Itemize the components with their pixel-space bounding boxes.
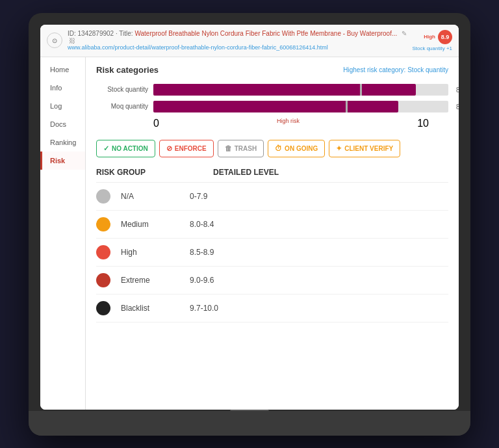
risk-row-na: N/A 0-7.9 (96, 183, 448, 211)
laptop-base (29, 411, 470, 436)
ongoing-label: ON GOING (285, 145, 318, 152)
highest-risk-text: Highest risk category: Stock quantity (343, 66, 448, 73)
risk-categories-title: Risk categories (96, 65, 159, 75)
risk-range-high: 8.5-8.9 (190, 248, 214, 257)
trash-button[interactable]: 🗑 TRASH (218, 140, 264, 157)
risk-range-extreme: 9.0-9.6 (190, 276, 214, 285)
risk-range-medium: 8.0-8.4 (190, 220, 214, 229)
chart-label-stock: Stock quantity (96, 86, 148, 93)
chart-bar-fill-stock (153, 84, 416, 96)
top-bar-icon: ⊙ (47, 33, 62, 48)
sidebar-item-ranking[interactable]: Ranking (40, 133, 85, 152)
enforce-button[interactable]: ⊘ ENFORCE (159, 140, 214, 157)
top-bar: ⊙ ID: 1342879902 · Title: Waterproof Bre… (40, 25, 459, 57)
risk-chart: Stock quantity 8.9 Moq quantit (96, 84, 448, 129)
col-detail-level-header: DETAILED LEVEL (213, 168, 279, 177)
risk-name-na: N/A (121, 192, 179, 201)
chart-bar-bg-stock: 8.9 (153, 84, 448, 96)
sidebar: Home Info Log Docs Ranking Risk (40, 57, 86, 410)
sidebar-item-risk[interactable]: Risk (40, 152, 85, 170)
high-risk-axis-label: High risk (277, 118, 300, 129)
client-verify-icon: ✦ (336, 144, 342, 153)
risk-dot-blacklist (96, 301, 110, 315)
no-action-icon: ✓ (103, 144, 109, 153)
risk-level-label: High (424, 34, 435, 40)
chart-axis: 0 High risk 10 (153, 118, 448, 129)
top-bar-content: ID: 1342879902 · Title: Waterproof Breat… (68, 30, 407, 51)
enforce-icon: ⊘ (166, 144, 172, 153)
chart-bar-bg-moq: 8.3 (153, 101, 448, 112)
risk-badge-section: High 8.9 Stock quantity +1 (412, 30, 452, 51)
product-title: ID: 1342879902 · Title: Waterproof Breat… (68, 30, 407, 44)
risk-row-blacklist: Blacklist 9.7-10.0 (96, 295, 448, 323)
risk-row-high: High 8.5-8.9 (96, 239, 448, 267)
chart-bar-fill-moq (153, 101, 398, 112)
chart-bar-stock: 8.9 (153, 84, 448, 96)
risk-dot-high (96, 245, 110, 259)
chart-row-stock: Stock quantity 8.9 (96, 84, 448, 96)
content-area: Risk categories Highest risk category: S… (86, 57, 459, 410)
action-buttons: ✓ NO ACTION ⊘ ENFORCE 🗑 TRASH ⏱ ON GOING (96, 140, 448, 157)
edit-icon[interactable]: ✎ (402, 30, 407, 37)
risk-score-badge: 8.9 (438, 30, 452, 44)
laptop-frame: ⊙ ID: 1342879902 · Title: Waterproof Bre… (29, 13, 470, 436)
no-action-label: NO ACTION (112, 145, 148, 152)
no-action-button[interactable]: ✓ NO ACTION (96, 140, 155, 157)
risk-dot-na (96, 189, 110, 204)
risk-dot-medium (96, 217, 110, 231)
risk-table: RISK GROUP DETAILED LEVEL N/A 0-7.9 Medi… (96, 168, 448, 323)
chart-bar-moq: 8.3 (153, 101, 448, 112)
sidebar-item-log[interactable]: Log (40, 97, 85, 115)
col-risk-group-header: RISK GROUP (96, 168, 187, 177)
risk-row-extreme: Extreme 9.0-9.6 (96, 267, 448, 295)
risk-range-blacklist: 9.7-10.0 (190, 304, 218, 313)
chart-label-moq: Moq quantity (96, 103, 148, 110)
sidebar-item-docs[interactable]: Docs (40, 115, 85, 133)
ongoing-button[interactable]: ⏱ ON GOING (268, 140, 325, 157)
risk-name-high: High (121, 248, 179, 257)
stock-quantity-label: Stock quantity +1 (412, 46, 452, 51)
risk-table-header: RISK GROUP DETAILED LEVEL (96, 168, 448, 183)
risk-categories-header: Risk categories Highest risk category: S… (96, 65, 448, 75)
client-verify-label: CLIENT VERIFY (344, 145, 393, 152)
client-verify-button[interactable]: ✦ CLIENT VERIFY (329, 140, 400, 157)
laptop-screen: ⊙ ID: 1342879902 · Title: Waterproof Bre… (40, 25, 459, 410)
trash-icon: 🗑 (225, 144, 232, 152)
risk-name-extreme: Extreme (121, 276, 179, 285)
main-layout: Home Info Log Docs Ranking Risk (40, 57, 459, 410)
risk-name-blacklist: Blacklist (121, 304, 179, 313)
trash-label: TRASH (235, 145, 257, 152)
product-url[interactable]: www.alibaba.com/product-detail/waterproo… (68, 44, 407, 51)
sidebar-item-info[interactable]: Info (40, 79, 85, 97)
chart-row-moq: Moq quantity 8.3 (96, 101, 448, 112)
ongoing-icon: ⏱ (275, 144, 282, 152)
sidebar-item-home[interactable]: Home (40, 60, 85, 79)
risk-name-medium: Medium (121, 220, 179, 229)
risk-row-medium: Medium 8.0-8.4 (96, 211, 448, 239)
risk-dot-extreme (96, 273, 110, 287)
risk-range-na: 0-7.9 (190, 192, 207, 201)
enforce-label: ENFORCE (175, 145, 207, 152)
link-icon[interactable]: ⛓ (69, 37, 75, 44)
